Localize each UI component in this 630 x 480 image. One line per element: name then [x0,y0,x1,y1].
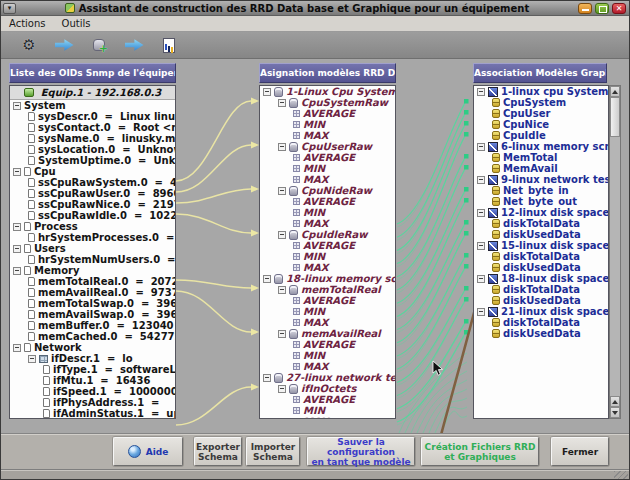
title-bar[interactable]: ▾ Assistant de construction des RRD Data… [1,1,629,16]
tree-node[interactable]: CpuUserRaw [260,141,395,152]
tree-node[interactable]: diskTotalData [474,317,608,328]
tree-node[interactable]: ifMtu.1 = 16436 [10,375,175,386]
vertical-scrollbar[interactable] [609,85,621,419]
collapse-handle-icon[interactable] [278,330,286,338]
tree-node[interactable]: CpuNideRaw [260,185,395,196]
tree-node[interactable]: diskTotalData [474,251,608,262]
tree-node[interactable]: MAX [260,416,395,419]
collapse-handle-icon[interactable] [13,267,21,275]
collapse-handle-icon[interactable] [477,308,485,316]
collapse-handle-icon[interactable] [278,99,286,107]
tree-node[interactable]: 12-linux disk space [474,207,608,218]
tree-node[interactable]: CpuSystem [474,97,608,108]
tree-node[interactable]: memTotalReal.0 = 2072952 kB [10,276,175,287]
close-button[interactable]: ✕ [612,3,626,14]
scroll-down-button[interactable] [610,407,620,418]
collapse-handle-icon[interactable] [13,168,21,176]
tree-node[interactable]: MemTotal [474,152,608,163]
tree-node[interactable]: diskTotalData [474,284,608,295]
tree-node[interactable]: sysLocation.0 = Unknown (edit [10,144,175,155]
resize-grip[interactable] [614,471,628,480]
create-rrd-files-button[interactable]: Création Fichiers RRDet Graphiques [421,437,539,466]
collapse-handle-icon[interactable] [477,242,485,250]
tree-node[interactable]: MAX [260,174,395,185]
tree-node[interactable]: AVERAGE [260,108,395,119]
tree-node[interactable]: ifAdminStatus.1 = up(1) [10,408,175,419]
collapse-handle-icon[interactable] [477,209,485,217]
tree-node[interactable]: memTotalReal [260,284,395,295]
tree-node[interactable]: sysName.0 = linusky.maison1.f [10,133,175,144]
tree-node[interactable]: AVERAGE [260,196,395,207]
tree-node[interactable]: 27-linux network test [260,372,395,383]
maximize-button[interactable] [595,3,609,14]
import-schema-button[interactable]: ImporterSchema [246,437,300,466]
tree-node[interactable]: 21-linux disk space [474,306,608,317]
tree-node[interactable]: Memory [10,265,175,276]
collapse-handle-icon[interactable] [278,143,286,151]
tree-node[interactable]: MAX [260,218,395,229]
menu-actions[interactable]: Actions [1,18,54,29]
tree-node[interactable]: ifInOctets [260,383,395,394]
collapse-handle-icon[interactable] [477,143,485,151]
tree-node[interactable]: MAX [260,262,395,273]
tree-node[interactable]: MIN [260,251,395,262]
tree-node[interactable]: SystemUptime.0 = Unknown Ob [10,155,175,166]
tree-node[interactable]: MIN [260,163,395,174]
collapse-handle-icon[interactable] [477,176,485,184]
tree-node[interactable]: AVERAGE [260,152,395,163]
rrd-tree[interactable]: 1-Linux Cpu System-User-IdlCpuSystemRawA… [259,85,396,419]
collapse-handle-icon[interactable] [278,385,286,393]
equipment-root-node[interactable]: Equip.1 - 192.168.0.3 [10,86,175,100]
tree-node[interactable]: 18-linux memory script [260,273,395,284]
tree-node[interactable]: AVERAGE [260,394,395,405]
tree-node[interactable]: diskUsedData [474,328,608,339]
tree-node[interactable]: diskUsedData [474,295,608,306]
tree-node[interactable]: Net_byte_in [474,185,608,196]
tree-node[interactable]: memAvailReal.0 = 973740 kB [10,287,175,298]
assign-model-button[interactable] [124,35,144,55]
tree-node[interactable]: MIN [260,350,395,361]
tree-node[interactable]: CpuIdleRaw [260,229,395,240]
scroll-up-button[interactable] [610,86,620,97]
minimize-button[interactable] [578,3,592,14]
collapse-handle-icon[interactable] [278,187,286,195]
tree-node[interactable]: System [10,100,175,111]
assign-oid-button[interactable] [54,35,74,55]
tree-node[interactable]: ifSpeed.1 = 10000000 [10,386,175,397]
tree-node[interactable]: CpuUser [474,108,608,119]
tree-node[interactable]: 18-linux disk space [474,273,608,284]
tree-node[interactable]: hrSystemProcesses.0 = 184 [10,232,175,243]
tree-node[interactable]: AVERAGE [260,295,395,306]
tree-node[interactable]: 1-linux cpu System-User-Idle [474,86,608,97]
tree-node[interactable]: MAX [260,361,395,372]
oids-tree[interactable]: Equip.1 - 192.168.0.3 SystemsysDescr.0 =… [9,85,176,419]
collapse-handle-icon[interactable] [28,355,36,363]
tree-node[interactable]: ifType.1 = softwareLoopbac [10,364,175,375]
tree-node[interactable]: Net_byte_out [474,196,608,207]
export-schema-button[interactable]: ExporterSchema [194,437,242,466]
tree-node[interactable]: 9-linux network test [474,174,608,185]
snmp-walk-button[interactable]: ⚙ [19,35,39,55]
tree-node[interactable]: sysDescr.0 = Linux linusky.mai [10,111,175,122]
tree-node[interactable]: memAvailReal [260,328,395,339]
collapse-handle-icon[interactable] [263,275,271,283]
tree-node[interactable]: 6-linux memory script [474,141,608,152]
tree-node[interactable]: memTotalSwap.0 = 3964960 kB [10,298,175,309]
tree-node[interactable]: Network [10,342,175,353]
tree-node[interactable]: diskTotalData [474,218,608,229]
scrollbar-thumb[interactable] [610,97,620,137]
collapse-handle-icon[interactable] [477,275,485,283]
tree-node[interactable]: ssCpuRawNice.0 = 219761 [10,199,175,210]
tree-node[interactable]: memCached.0 = 542772 kB [10,331,175,342]
collapse-handle-icon[interactable] [477,88,485,96]
tree-node[interactable]: ifDescr.1 = lo [10,353,175,364]
help-button[interactable]: Aide [113,437,183,466]
collapse-handle-icon[interactable] [278,286,286,294]
collapse-handle-icon[interactable] [263,374,271,382]
scroll-up-button-bottom[interactable] [610,396,620,407]
tree-node[interactable]: Users [10,243,175,254]
collapse-handle-icon[interactable] [263,88,271,96]
tree-node[interactable]: ssCpuRawUser.0 = 8960 [10,188,175,199]
create-graph-file-button[interactable] [159,35,179,55]
tree-node[interactable]: AVERAGE [260,240,395,251]
